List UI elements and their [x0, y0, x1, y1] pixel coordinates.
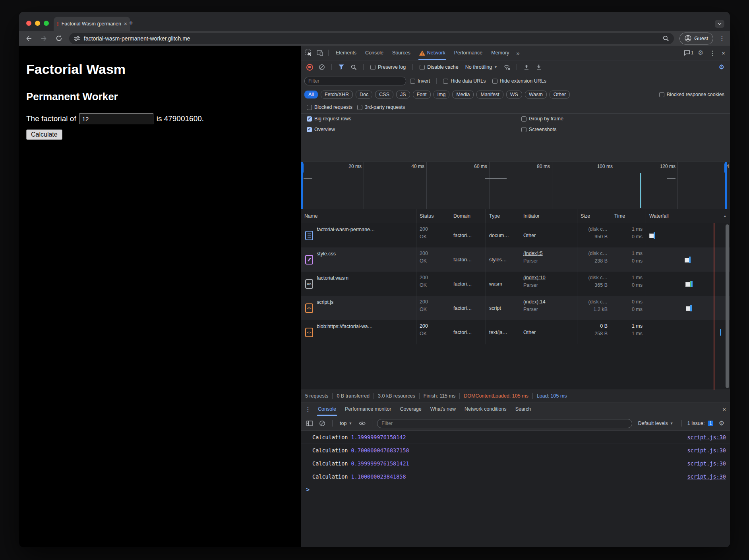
devtools-close-icon[interactable]: ×: [719, 50, 728, 56]
inspect-element-icon[interactable]: [304, 48, 314, 58]
console-clear-icon[interactable]: [317, 418, 327, 429]
issue-count-badge[interactable]: 1: [708, 421, 713, 426]
hide-extension-urls-checkbox[interactable]: Hide extension URLs: [492, 78, 546, 84]
column-header-waterfall[interactable]: Waterfall▲: [646, 209, 730, 223]
source-link[interactable]: script.js:30: [687, 473, 726, 480]
devtools-menu-icon[interactable]: ⋮: [707, 48, 718, 58]
checkbox[interactable]: [420, 65, 425, 70]
invert-checkbox[interactable]: Invert: [410, 78, 430, 84]
devtools-settings-icon[interactable]: ⚙: [695, 48, 706, 58]
new-tab-button[interactable]: +: [129, 19, 133, 27]
export-har-button[interactable]: [534, 62, 544, 72]
tab-memory[interactable]: Memory: [487, 46, 513, 60]
initiator-link[interactable]: (index):10: [523, 275, 574, 280]
chip-js[interactable]: JS: [396, 91, 410, 98]
zoom-icon[interactable]: [663, 35, 669, 42]
drawer-tab-console[interactable]: Console: [314, 402, 340, 416]
browser-menu-icon[interactable]: ⋮: [719, 35, 725, 42]
table-row[interactable]: factorial-wasm-permane… 200OK factori… d…: [301, 223, 730, 247]
tab-close-icon[interactable]: ×: [124, 21, 127, 27]
import-har-button[interactable]: [521, 62, 532, 72]
browser-tab[interactable]: ! Factorial Wasm (permanent W ×: [54, 17, 130, 31]
reload-button[interactable]: [54, 34, 64, 43]
timeline-left-handle[interactable]: [301, 162, 303, 209]
console-prompt[interactable]: >: [301, 483, 730, 496]
tab-search-button[interactable]: [715, 20, 724, 28]
url-text[interactable]: factorial-wasm-permanent-worker.glitch.m…: [84, 35, 659, 42]
network-settings-icon[interactable]: ⚙: [716, 62, 727, 72]
column-header-status[interactable]: Status: [416, 209, 450, 223]
log-levels-select[interactable]: Default levels▼: [638, 421, 674, 426]
column-header-type[interactable]: Type: [486, 209, 520, 223]
drawer-tab-network-conditions[interactable]: Network conditions: [461, 402, 511, 416]
initiator-link[interactable]: (index):14: [523, 299, 574, 305]
tab-performance[interactable]: Performance: [450, 46, 487, 60]
tab-sources[interactable]: Sources: [388, 46, 414, 60]
back-button[interactable]: [24, 34, 33, 43]
drawer-menu-icon[interactable]: ⋮: [303, 404, 313, 414]
checkbox[interactable]: [370, 65, 375, 70]
preserve-log-checkbox[interactable]: Preserve log: [370, 64, 406, 70]
network-search-button[interactable]: [348, 62, 359, 72]
initiator-link[interactable]: (index):5: [523, 251, 574, 256]
context-select[interactable]: top▼: [340, 421, 352, 426]
column-header-domain[interactable]: Domain: [450, 209, 486, 223]
big-request-rows-checkbox[interactable]: Big request rows: [307, 116, 517, 122]
column-header-size[interactable]: Size: [577, 209, 611, 223]
disable-cache-checkbox[interactable]: Disable cache: [420, 64, 459, 70]
chip-fetch-xhr[interactable]: Fetch/XHR: [321, 91, 353, 98]
source-link[interactable]: script.js:30: [687, 460, 726, 467]
chip-all[interactable]: All: [304, 91, 318, 98]
blocked-response-cookies-checkbox[interactable]: Blocked response cookies: [659, 92, 724, 97]
chip-css[interactable]: CSS: [375, 91, 393, 98]
chip-manifest[interactable]: Manifest: [476, 91, 503, 98]
column-header-name[interactable]: Name: [301, 209, 416, 223]
issues-button[interactable]: 1: [683, 48, 694, 58]
issue-label[interactable]: 1 Issue:: [687, 421, 705, 426]
network-overview-timeline[interactable]: 20 ms 40 ms 60 ms 80 ms 100 ms 120 ms 14: [301, 162, 730, 209]
drawer-tab-coverage[interactable]: Coverage: [396, 402, 426, 416]
eye-icon[interactable]: [357, 418, 367, 429]
table-scrollbar[interactable]: [726, 224, 729, 388]
table-row[interactable]: factorial.wasm 200OK factori… wasm (inde…: [301, 272, 730, 296]
drawer-tab-performance-monitor[interactable]: Performance monitor: [341, 402, 395, 416]
table-row[interactable]: blob:https://factorial-wa… 200OK factori…: [301, 320, 730, 344]
tab-network[interactable]: Network: [415, 46, 449, 60]
chip-ws[interactable]: WS: [506, 91, 522, 98]
url-bar[interactable]: factorial-wasm-permanent-worker.glitch.m…: [69, 33, 674, 44]
source-link[interactable]: script.js:30: [687, 447, 726, 454]
drawer-tab-search[interactable]: Search: [511, 402, 535, 416]
record-button[interactable]: [304, 62, 315, 72]
profile-button[interactable]: Guest: [679, 33, 713, 44]
chip-font[interactable]: Font: [413, 91, 431, 98]
drawer-tab-whats-new[interactable]: What's new: [426, 402, 460, 416]
console-settings-icon[interactable]: ⚙: [716, 418, 727, 429]
forward-button[interactable]: [39, 34, 48, 43]
screenshots-checkbox[interactable]: Screenshots: [521, 127, 724, 132]
filter-toggle-button[interactable]: [336, 62, 346, 72]
site-settings-icon[interactable]: [74, 36, 80, 41]
timeline-right-handle[interactable]: [725, 162, 727, 209]
console-filter-input[interactable]: [377, 419, 632, 428]
console-sidebar-icon[interactable]: [304, 418, 315, 429]
chip-doc[interactable]: Doc: [356, 91, 372, 98]
overview-checkbox[interactable]: Overview: [307, 127, 517, 132]
hide-data-urls-checkbox[interactable]: Hide data URLs: [443, 78, 486, 84]
chip-img[interactable]: Img: [434, 91, 450, 98]
close-window-button[interactable]: [26, 21, 31, 26]
factorial-input[interactable]: [79, 113, 153, 124]
chip-other[interactable]: Other: [550, 91, 570, 98]
drawer-close-icon[interactable]: ×: [720, 406, 728, 413]
device-toolbar-icon[interactable]: [315, 48, 325, 58]
table-row[interactable]: script.js 200OK factori… script (index):…: [301, 296, 730, 320]
table-row[interactable]: style.css 200OK factori… styles… (index)…: [301, 247, 730, 272]
source-link[interactable]: script.js:30: [687, 434, 726, 440]
clear-button[interactable]: [317, 62, 327, 72]
throttling-select[interactable]: No throttling▼: [465, 64, 497, 70]
more-tabs-icon[interactable]: »: [514, 50, 522, 56]
tab-elements[interactable]: Elements: [332, 46, 360, 60]
tab-console[interactable]: Console: [361, 46, 387, 60]
zoom-window-button[interactable]: [44, 21, 49, 26]
chip-media[interactable]: Media: [452, 91, 474, 98]
column-header-initiator[interactable]: Initiator: [520, 209, 577, 223]
